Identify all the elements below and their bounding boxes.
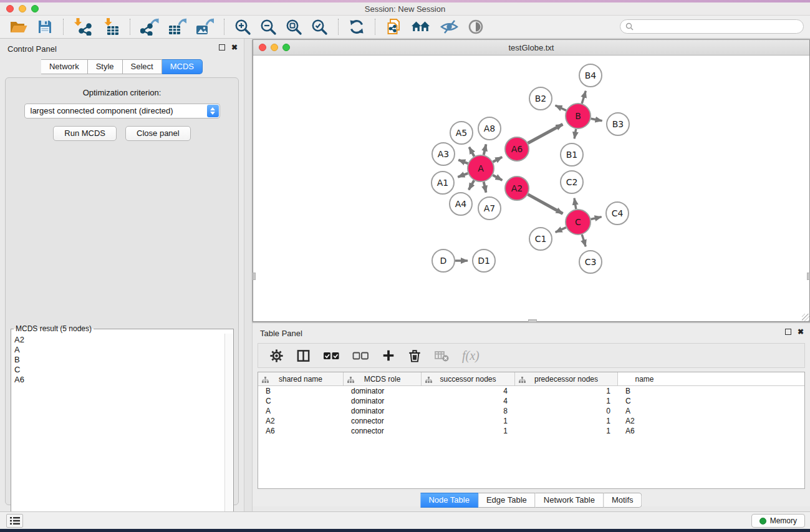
right-collapse-grip[interactable] bbox=[807, 273, 810, 280]
cell-successor-nodes[interactable]: 8 bbox=[422, 406, 515, 416]
mcds-result-item[interactable]: A2 bbox=[14, 335, 222, 345]
import-table-button[interactable] bbox=[98, 17, 123, 37]
control-panel-tab[interactable]: Style bbox=[88, 59, 123, 74]
control-panel-tab[interactable]: Select bbox=[123, 59, 162, 74]
cell-name[interactable]: B bbox=[618, 386, 671, 396]
mcds-result-item[interactable]: A6 bbox=[14, 375, 222, 385]
zoom-in-button[interactable] bbox=[231, 17, 254, 37]
table-row[interactable]: A2 connector 1 1 A2 bbox=[258, 416, 804, 426]
cell-predecessor-nodes[interactable]: 1 bbox=[515, 426, 618, 436]
export-table-button[interactable] bbox=[165, 17, 190, 37]
graph-edge-A6-B[interactable] bbox=[528, 124, 563, 143]
cell-shared-name[interactable]: B bbox=[258, 386, 344, 396]
table-tab[interactable]: Motifs bbox=[604, 493, 642, 508]
graph-edge-A-A2[interactable] bbox=[493, 175, 502, 180]
table-tab[interactable]: Edge Table bbox=[478, 493, 536, 508]
cell-predecessor-nodes[interactable]: 1 bbox=[515, 386, 618, 396]
home-button[interactable] bbox=[408, 17, 434, 36]
graph-edge-B-B4[interactable] bbox=[582, 91, 586, 104]
graph-edge-A-A7[interactable] bbox=[484, 181, 486, 192]
zoom-fit-button[interactable] bbox=[282, 17, 306, 37]
graph-edge-A2-C[interactable] bbox=[528, 195, 563, 214]
export-network-button[interactable] bbox=[137, 17, 162, 37]
delete-table-button[interactable] bbox=[430, 347, 453, 364]
close-panel-icon[interactable]: ✖ bbox=[231, 44, 238, 51]
cell-mcds-role[interactable]: connector bbox=[344, 426, 422, 436]
table-row[interactable]: C dominator 4 1 C bbox=[258, 396, 804, 406]
import-network-button[interactable] bbox=[70, 17, 95, 37]
cell-shared-name[interactable]: C bbox=[258, 396, 344, 406]
graph-edge-A-A3[interactable] bbox=[458, 160, 468, 163]
zoom-selected-button[interactable] bbox=[308, 17, 331, 37]
cell-successor-nodes[interactable]: 1 bbox=[422, 416, 515, 426]
table-tab[interactable]: Node Table bbox=[420, 493, 478, 508]
cell-name[interactable]: A bbox=[618, 406, 671, 416]
cell-successor-nodes[interactable]: 4 bbox=[422, 396, 515, 406]
cell-predecessor-nodes[interactable]: 0 bbox=[515, 406, 618, 416]
table-row[interactable]: A6 connector 1 1 A6 bbox=[258, 426, 804, 436]
mcds-result-item[interactable]: C bbox=[14, 365, 222, 375]
cell-mcds-role[interactable]: dominator bbox=[344, 396, 422, 406]
table-row[interactable]: B dominator 4 1 B bbox=[258, 386, 804, 396]
eye-button[interactable] bbox=[465, 17, 487, 36]
network-graph[interactable]: AA1A2A3A4A5A6A7A8BB1B2B3B4CC1C2C3C4DD1 bbox=[253, 56, 809, 321]
graph-edge-C-C2[interactable] bbox=[574, 198, 576, 210]
table-column-header[interactable]: name bbox=[618, 372, 671, 385]
left-collapse-grip[interactable] bbox=[253, 273, 256, 280]
cell-predecessor-nodes[interactable]: 1 bbox=[515, 416, 618, 426]
cell-shared-name[interactable]: A2 bbox=[258, 416, 344, 426]
show-columns-button[interactable] bbox=[292, 347, 314, 365]
cell-mcds-role[interactable]: connector bbox=[344, 416, 422, 426]
select-all-columns-button[interactable] bbox=[319, 347, 344, 364]
cell-successor-nodes[interactable]: 1 bbox=[422, 426, 515, 436]
table-column-header[interactable]: MCDS role bbox=[344, 372, 422, 385]
network-canvas[interactable]: AA1A2A3A4A5A6A7A8BB1B2B3B4CC1C2C3C4DD1 bbox=[253, 56, 809, 321]
create-column-button[interactable] bbox=[378, 347, 399, 364]
result-scrollbar[interactable] bbox=[224, 334, 233, 532]
mcds-result-item[interactable]: A bbox=[14, 345, 222, 355]
criterion-select[interactable]: largest connected component (directed) bbox=[24, 104, 220, 118]
graph-edge-A-A5[interactable] bbox=[469, 147, 474, 157]
zoom-out-button[interactable] bbox=[257, 17, 280, 37]
resize-corner[interactable] bbox=[802, 314, 809, 321]
cell-successor-nodes[interactable]: 4 bbox=[422, 386, 515, 396]
deselect-all-columns-button[interactable] bbox=[349, 347, 373, 364]
graph-edge-B-B3[interactable] bbox=[591, 118, 602, 121]
refresh-button[interactable] bbox=[345, 17, 368, 36]
control-panel-tab[interactable]: Network bbox=[41, 59, 88, 74]
table-tab[interactable]: Network Table bbox=[536, 493, 604, 508]
export-image-button[interactable] bbox=[192, 17, 217, 37]
table-column-header[interactable]: successor nodes bbox=[422, 372, 515, 385]
mcds-result-list[interactable]: A2 A B C A6 bbox=[12, 334, 224, 532]
control-panel-tab[interactable]: MCDS bbox=[162, 59, 203, 74]
cell-mcds-role[interactable]: dominator bbox=[344, 406, 422, 416]
graph-edge-A-A1[interactable] bbox=[458, 173, 468, 177]
cell-name[interactable]: A2 bbox=[618, 416, 671, 426]
table-settings-button[interactable] bbox=[266, 347, 287, 365]
float-panel-icon[interactable] bbox=[219, 44, 225, 51]
delete-column-button[interactable] bbox=[404, 347, 425, 365]
close-table-panel-icon[interactable]: ✖ bbox=[798, 329, 804, 335]
cell-predecessor-nodes[interactable]: 1 bbox=[515, 396, 618, 406]
save-session-button[interactable] bbox=[34, 17, 56, 36]
graph-edge-A-A4[interactable] bbox=[469, 180, 475, 190]
graph-edge-B-B2[interactable] bbox=[556, 105, 566, 110]
task-history-button[interactable] bbox=[6, 514, 23, 528]
copy-view-button[interactable] bbox=[382, 17, 405, 37]
table-column-header[interactable]: shared name bbox=[258, 372, 344, 385]
function-builder-button[interactable]: f(x) bbox=[458, 347, 483, 365]
table-row[interactable]: A dominator 8 0 A bbox=[258, 406, 804, 416]
vertical-splitter[interactable] bbox=[244, 39, 253, 511]
run-mcds-button[interactable]: Run MCDS bbox=[53, 126, 117, 141]
close-panel-button[interactable]: Close panel bbox=[125, 126, 191, 141]
cell-name[interactable]: C bbox=[618, 396, 671, 406]
cell-shared-name[interactable]: A bbox=[258, 406, 344, 416]
graph-edge-B-B1[interactable] bbox=[574, 129, 576, 139]
cell-name[interactable]: A6 bbox=[618, 426, 671, 436]
hide-graphics-details-button[interactable] bbox=[436, 17, 462, 36]
graph-edge-A-A8[interactable] bbox=[484, 144, 486, 155]
graph-edge-C-C1[interactable] bbox=[556, 228, 566, 233]
open-session-button[interactable] bbox=[6, 17, 31, 36]
search-input[interactable] bbox=[620, 19, 804, 34]
graph-edge-A-A6[interactable] bbox=[493, 157, 502, 162]
